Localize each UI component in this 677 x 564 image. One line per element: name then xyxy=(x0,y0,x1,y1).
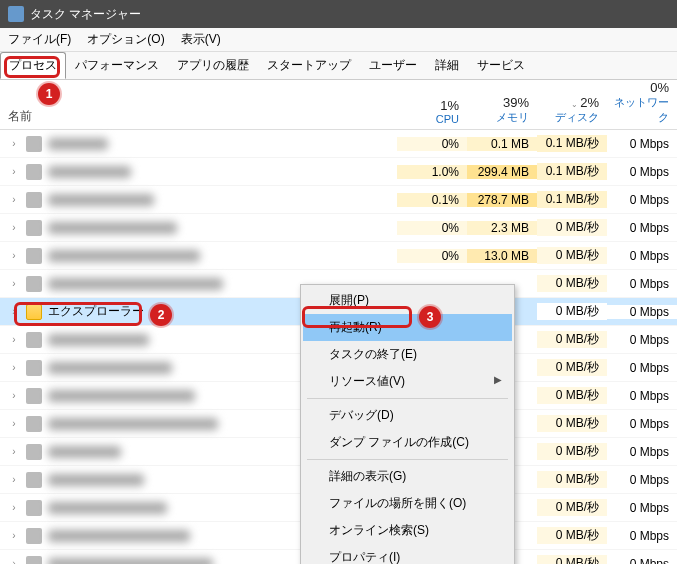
cell-net: 0 Mbps xyxy=(607,221,677,235)
cell-cpu: 0.1% xyxy=(397,193,467,207)
app-icon xyxy=(26,136,42,152)
cell-name: › xyxy=(0,136,397,152)
window-title: タスク マネージャー xyxy=(30,6,141,23)
table-row[interactable]: ›0%2.3 MB0 MB/秒0 Mbps xyxy=(0,214,677,242)
table-row[interactable]: ›1.0%299.4 MB0.1 MB/秒0 Mbps xyxy=(0,158,677,186)
menu-item-resource-values[interactable]: リソース値(V) ▶ xyxy=(303,368,512,395)
tab-details[interactable]: 詳細 xyxy=(426,52,468,79)
cell-disk: 0.1 MB/秒 xyxy=(537,135,607,152)
menu-item-create-dump[interactable]: ダンプ ファイルの作成(C) xyxy=(303,429,512,456)
explorer-icon xyxy=(26,304,42,320)
table-row[interactable]: ›0%0.1 MB0.1 MB/秒0 Mbps xyxy=(0,130,677,158)
menu-file[interactable]: ファイル(F) xyxy=(0,31,79,48)
app-icon xyxy=(26,332,42,348)
tabs: プロセス パフォーマンス アプリの履歴 スタートアップ ユーザー 詳細 サービス xyxy=(0,52,677,80)
annotation-marker-2: 2 xyxy=(150,304,172,326)
blurred-text xyxy=(48,194,154,206)
header-disk-pct: ⌄2% xyxy=(537,95,599,110)
menubar: ファイル(F) オプション(O) 表示(V) xyxy=(0,28,677,52)
expand-icon[interactable]: › xyxy=(8,138,20,149)
cell-net: 0 Mbps xyxy=(607,473,677,487)
header-cpu-pct: 1% xyxy=(397,98,459,113)
cell-net: 0 Mbps xyxy=(607,305,677,319)
expand-icon[interactable]: › xyxy=(8,306,20,317)
expand-icon[interactable]: › xyxy=(8,278,20,289)
expand-icon[interactable]: › xyxy=(8,418,20,429)
cell-net: 0 Mbps xyxy=(607,557,677,565)
expand-icon[interactable]: › xyxy=(8,166,20,177)
cell-net: 0 Mbps xyxy=(607,361,677,375)
cell-net: 0 Mbps xyxy=(607,389,677,403)
expand-icon[interactable]: › xyxy=(8,530,20,541)
expand-icon[interactable]: › xyxy=(8,502,20,513)
menu-item-properties[interactable]: プロパティ(I) xyxy=(303,544,512,564)
expand-icon[interactable]: › xyxy=(8,362,20,373)
tab-services[interactable]: サービス xyxy=(468,52,534,79)
cell-net: 0 Mbps xyxy=(607,193,677,207)
app-icon xyxy=(26,556,42,565)
menu-item-show-details[interactable]: 詳細の表示(G) xyxy=(303,463,512,490)
cell-net: 0 Mbps xyxy=(607,501,677,515)
cell-net: 0 Mbps xyxy=(607,417,677,431)
table-row[interactable]: ›0%13.0 MB0 MB/秒0 Mbps xyxy=(0,242,677,270)
titlebar: タスク マネージャー xyxy=(0,0,677,28)
expand-icon[interactable]: › xyxy=(8,334,20,345)
menu-item-open-location[interactable]: ファイルの場所を開く(O) xyxy=(303,490,512,517)
table-row[interactable]: ›0.1%278.7 MB0.1 MB/秒0 Mbps xyxy=(0,186,677,214)
header-memory-label: メモリ xyxy=(467,110,529,125)
cell-cpu: 0% xyxy=(397,137,467,151)
context-menu: 展開(P) 再起動(R) タスクの終了(E) リソース値(V) ▶ デバッグ(D… xyxy=(300,284,515,564)
cell-disk: 0 MB/秒 xyxy=(537,555,607,564)
app-icon xyxy=(26,500,42,516)
app-icon xyxy=(26,164,42,180)
tab-users[interactable]: ユーザー xyxy=(360,52,426,79)
annotation-marker-1: 1 xyxy=(38,83,60,105)
expand-icon[interactable]: › xyxy=(8,446,20,457)
menu-item-debug[interactable]: デバッグ(D) xyxy=(303,402,512,429)
header-cpu-label: CPU xyxy=(397,113,459,125)
process-name: エクスプローラー xyxy=(48,303,144,320)
app-icon xyxy=(26,472,42,488)
header-cpu[interactable]: 1% CPU xyxy=(397,90,467,129)
expand-icon[interactable]: › xyxy=(8,558,20,564)
menu-item-expand[interactable]: 展開(P) xyxy=(303,287,512,314)
app-icon xyxy=(26,528,42,544)
expand-icon[interactable]: › xyxy=(8,250,20,261)
header-memory[interactable]: 39% メモリ xyxy=(467,90,537,129)
menu-item-search-online[interactable]: オンライン検索(S) xyxy=(303,517,512,544)
cell-cpu: 0% xyxy=(397,249,467,263)
blurred-text xyxy=(48,362,172,374)
header-memory-pct: 39% xyxy=(467,95,529,110)
menu-options[interactable]: オプション(O) xyxy=(79,31,172,48)
expand-icon[interactable]: › xyxy=(8,222,20,233)
app-icon xyxy=(26,444,42,460)
tab-processes[interactable]: プロセス xyxy=(0,52,66,79)
header-disk[interactable]: ⌄2% ディスク xyxy=(537,90,607,129)
menu-separator xyxy=(307,398,508,399)
expand-icon[interactable]: › xyxy=(8,390,20,401)
cell-disk: 0 MB/秒 xyxy=(537,471,607,488)
cell-name: › xyxy=(0,192,397,208)
menu-item-end-task[interactable]: タスクの終了(E) xyxy=(303,341,512,368)
cell-disk: 0 MB/秒 xyxy=(537,359,607,376)
tab-app-history[interactable]: アプリの履歴 xyxy=(168,52,258,79)
blurred-text xyxy=(48,446,121,458)
menu-view[interactable]: 表示(V) xyxy=(173,31,229,48)
cell-disk: 0 MB/秒 xyxy=(537,415,607,432)
blurred-text xyxy=(48,138,108,150)
cell-mem: 278.7 MB xyxy=(467,193,537,207)
menu-item-restart[interactable]: 再起動(R) xyxy=(303,314,512,341)
header-network-pct: 0% xyxy=(607,80,669,95)
cell-disk: 0 MB/秒 xyxy=(537,219,607,236)
expand-icon[interactable]: › xyxy=(8,194,20,205)
cell-disk: 0 MB/秒 xyxy=(537,275,607,292)
app-icon xyxy=(8,6,24,22)
submenu-arrow-icon: ▶ xyxy=(494,374,502,385)
cell-disk: 0 MB/秒 xyxy=(537,303,607,320)
tab-startup[interactable]: スタートアップ xyxy=(258,52,360,79)
header-network[interactable]: 0% ネットワーク xyxy=(607,90,677,129)
tab-performance[interactable]: パフォーマンス xyxy=(66,52,168,79)
blurred-text xyxy=(48,222,177,234)
cell-name: › xyxy=(0,248,397,264)
expand-icon[interactable]: › xyxy=(8,474,20,485)
